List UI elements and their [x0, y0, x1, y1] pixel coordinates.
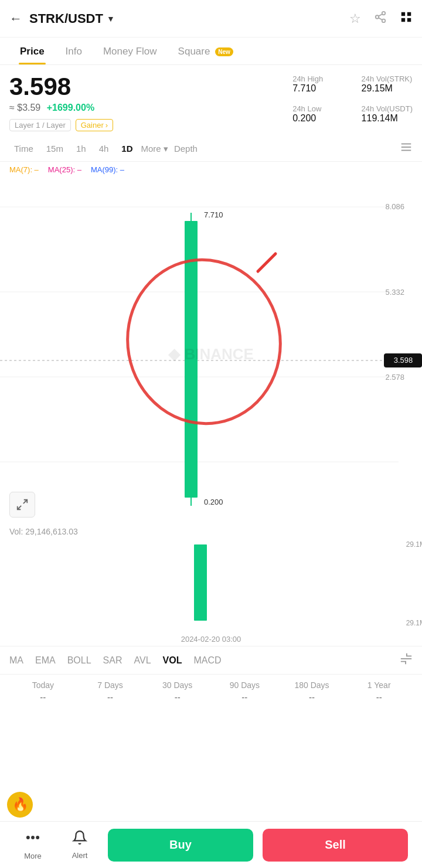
nav-alert-label: Alert — [72, 851, 88, 860]
svg-text:5.332: 5.332 — [385, 288, 404, 297]
indicator-boll[interactable]: BOLL — [67, 655, 91, 666]
price-section: 3.598 ≈ $3.59 +1699.00% Layer 1 / Layer … — [0, 65, 422, 136]
period-1year[interactable]: 1 Year -- — [345, 680, 413, 702]
chart-expand-button[interactable] — [9, 492, 35, 518]
svg-point-1 — [376, 15, 379, 19]
tab-money-flow[interactable]: Money Flow — [93, 38, 168, 64]
svg-rect-6 — [407, 12, 411, 15]
svg-point-2 — [382, 19, 386, 22]
fire-badge[interactable]: 🔥 — [7, 792, 33, 818]
svg-text:29.1M: 29.1M — [406, 540, 422, 549]
svg-rect-8 — [407, 18, 411, 21]
volume-chart[interactable]: 29.1M 29.1M — [9, 539, 413, 632]
time-btn-time[interactable]: Time — [9, 141, 38, 156]
indicator-vol[interactable]: VOL — [163, 655, 182, 666]
header: ← STRK/USDT ▼ ☆ — [0, 0, 422, 38]
svg-line-4 — [379, 13, 382, 16]
stat-24h-low: 24h Low 0.200 — [292, 104, 343, 132]
bottom-nav: More Alert Buy Sell — [0, 821, 422, 868]
svg-rect-7 — [401, 18, 405, 21]
time-btn-1h[interactable]: 1h — [72, 141, 91, 156]
alert-icon — [72, 830, 87, 849]
svg-point-36 — [26, 836, 30, 839]
buy-button[interactable]: Buy — [108, 829, 253, 862]
share-icon[interactable] — [374, 11, 387, 27]
svg-text:2.578: 2.578 — [385, 373, 404, 382]
svg-point-0 — [382, 11, 386, 15]
pair-title: STRK/USDT — [29, 11, 103, 26]
more-icon — [25, 829, 41, 849]
indicator-ma[interactable]: MA — [9, 655, 23, 666]
period-90days[interactable]: 90 Days -- — [211, 680, 278, 702]
svg-line-30 — [23, 500, 27, 503]
grid-layout-icon[interactable] — [400, 11, 413, 27]
indicators-row: MA EMA BOLL SAR AVL VOL MACD — [0, 646, 422, 674]
ma-indicators: MA(7): – MA(25): – MA(99): – — [0, 162, 422, 178]
ma25-indicator[interactable]: MA(25): – — [48, 165, 81, 174]
nav-more-label: More — [24, 852, 42, 860]
sell-button[interactable]: Sell — [263, 829, 408, 862]
indicator-ema[interactable]: EMA — [35, 655, 56, 666]
tab-info[interactable]: Info — [55, 38, 93, 64]
main-price: 3.598 — [9, 74, 292, 99]
stats-grid: 24h High 7.710 24h Vol(STRK) 29.15M 24h … — [292, 74, 413, 131]
time-btn-1d[interactable]: 1D — [117, 141, 137, 156]
price-usd: ≈ $3.59 +1699.00% — [9, 103, 292, 113]
tab-price[interactable]: Price — [9, 38, 55, 64]
period-today[interactable]: Today -- — [9, 680, 77, 702]
watchlist-star-icon[interactable]: ☆ — [349, 11, 361, 26]
pair-dropdown-icon[interactable]: ▼ — [107, 14, 115, 23]
price-left: 3.598 ≈ $3.59 +1699.00% Layer 1 / Layer … — [9, 74, 292, 131]
new-badge: New — [215, 47, 233, 56]
ma7-indicator[interactable]: MA(7): – — [9, 165, 39, 174]
tab-square[interactable]: Square New — [168, 38, 244, 64]
svg-text:7.710: 7.710 — [204, 210, 223, 219]
stat-24h-vol-usdt: 24h Vol(USDT) 119.14M — [362, 104, 413, 132]
indicator-settings-icon[interactable] — [400, 652, 413, 668]
indicator-macd[interactable]: MACD — [193, 655, 221, 666]
nav-more[interactable]: More — [9, 829, 56, 860]
vol-label: Vol: 29,146,613.03 — [9, 527, 413, 536]
tags-row: Layer 1 / Layer Gainer › — [9, 119, 292, 131]
time-btn-15m[interactable]: 15m — [42, 141, 68, 156]
svg-text:0.200: 0.200 — [204, 498, 223, 506]
tag-gainer[interactable]: Gainer › — [76, 119, 113, 131]
svg-rect-33 — [194, 544, 207, 621]
svg-rect-5 — [401, 12, 405, 15]
svg-line-31 — [18, 506, 21, 509]
svg-text:8.086: 8.086 — [385, 202, 404, 211]
header-icons: ☆ — [349, 11, 413, 27]
depth-button[interactable]: Depth — [174, 144, 198, 154]
tag-layer[interactable]: Layer 1 / Layer — [9, 119, 71, 131]
ma99-indicator[interactable]: MA(99): – — [91, 165, 124, 174]
nav-alert[interactable]: Alert — [56, 830, 103, 860]
date-label: 2024-02-20 03:00 — [9, 632, 413, 646]
indicator-sar[interactable]: SAR — [103, 655, 122, 666]
svg-point-37 — [31, 836, 35, 839]
svg-text:◆ BINANCE: ◆ BINANCE — [168, 345, 254, 363]
back-button[interactable]: ← — [9, 11, 22, 26]
chart-settings-icon[interactable] — [400, 141, 413, 156]
svg-text:3.598: 3.598 — [394, 356, 413, 365]
period-30days[interactable]: 30 Days -- — [144, 680, 211, 702]
volume-section: Vol: 29,146,613.03 29.1M 29.1M 2024-02-2… — [0, 523, 422, 646]
period-180days[interactable]: 180 Days -- — [278, 680, 346, 702]
stat-24h-vol-strk: 24h Vol(STRK) 29.15M — [362, 74, 413, 102]
indicator-avl[interactable]: AVL — [134, 655, 151, 666]
time-btn-4h[interactable]: 4h — [94, 141, 114, 156]
time-more-button[interactable]: More ▾ — [141, 144, 168, 154]
svg-point-38 — [36, 836, 39, 839]
period-7days[interactable]: 7 Days -- — [77, 680, 144, 702]
tabs-bar: Price Info Money Flow Square New — [0, 38, 422, 65]
price-change: +1699.00% — [47, 103, 94, 113]
svg-line-3 — [379, 18, 382, 20]
stat-24h-high: 24h High 7.710 — [292, 74, 343, 102]
period-row: Today -- 7 Days -- 30 Days -- 90 Days --… — [0, 674, 422, 708]
chart-controls: Time 15m 1h 4h 1D More ▾ Depth — [0, 136, 422, 162]
price-chart[interactable]: ◆ BINANCE 7.710 0.200 8.086 5.332 2.578 … — [0, 178, 422, 523]
svg-rect-32 — [9, 539, 422, 629]
svg-text:29.1M: 29.1M — [406, 619, 422, 627]
